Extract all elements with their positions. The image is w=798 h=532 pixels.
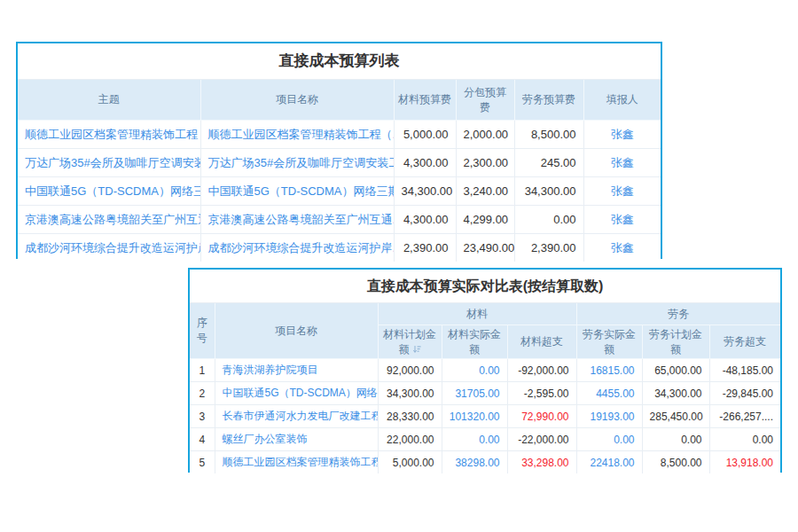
seq-value: 4 (190, 428, 215, 451)
labor-actual-value: 4455.00 (576, 382, 642, 405)
col-header-material-plan[interactable]: 材料计划金额 (378, 325, 442, 359)
project-link[interactable]: 青海洪湖养护院项目 (223, 364, 318, 376)
subcontract-budget-value: 4,299.00 (456, 206, 514, 234)
labor-budget-value: 2,390.00 (514, 234, 583, 262)
labor-overrun-value: -29,845.00 (709, 382, 780, 405)
col-header-project: 项目名称 (200, 80, 394, 121)
reporter-link[interactable]: 张鑫 (611, 241, 634, 254)
subcontract-budget-value: 2,000.00 (456, 121, 514, 149)
material-budget-value: 34,300.00 (394, 177, 456, 206)
material-budget-value: 2,390.00 (394, 234, 456, 262)
subject-link[interactable]: 京港澳高速公路粤境韶关至广州互通... (25, 213, 200, 226)
table-row: 2 中国联通5G（TD-SCDMA）网络三 34,300.00 31705.00… (190, 382, 780, 405)
table-row: 京港澳高速公路粤境韶关至广州互通... 京港澳高速公路粤境韶关至广州互通... … (18, 206, 661, 234)
col-header-subcontract-budget: 分包预算费 (456, 80, 514, 121)
group-header-material: 材料 (378, 303, 576, 325)
project-link[interactable]: 京港澳高速公路粤境韶关至广州互通... (208, 213, 395, 226)
table-row: 万达广场35#会所及咖啡厅空调安装... 万达广场35#会所及咖啡厅空调安装工程… (18, 149, 661, 177)
material-budget-value: 5,000.00 (394, 121, 456, 149)
sort-icon[interactable] (412, 344, 421, 356)
labor-actual-value: 0.00 (576, 428, 642, 451)
reporter-link[interactable]: 张鑫 (611, 184, 634, 198)
material-plan-value: 92,000.00 (378, 359, 442, 382)
col-header-labor-overrun: 劳务超支 (709, 325, 780, 359)
col-header-labor-plan: 劳务计划金额 (642, 325, 709, 359)
material-actual-value: 38298.00 (442, 451, 507, 474)
labor-plan-value: 285,450.00 (642, 405, 709, 428)
project-link[interactable]: 中国联通5G（TD-SCDMA）网络三 (223, 387, 379, 399)
labor-budget-value: 8,500.00 (514, 121, 583, 149)
budget-list-table: 主题 项目名称 材料预算费 分包预算费 劳务预算费 填报人 顺德工业园区档案管理… (18, 80, 661, 262)
labor-budget-value: 34,300.00 (514, 177, 583, 206)
group-header-labor: 劳务 (576, 303, 780, 325)
material-actual-value: 0.00 (442, 428, 507, 451)
subcontract-budget-value: 23,490.00 (456, 234, 514, 262)
project-link[interactable]: 万达广场35#会所及咖啡厅空调安装工程 (208, 156, 395, 169)
table-row: 5 顺德工业园区档案管理精装饰工程 5,000.00 38298.00 33,2… (190, 451, 780, 474)
material-plan-value: 5,000.00 (378, 451, 442, 474)
table-row: 成都沙河环境综合提升改造运河护岸... 成都沙河环境综合提升改造运河护岸... … (18, 234, 661, 262)
material-overrun-value: -2,595.00 (507, 382, 576, 405)
material-plan-value: 28,330.00 (378, 405, 442, 428)
col-header-material-actual: 材料实际金额 (442, 325, 507, 359)
seq-value: 3 (190, 405, 215, 428)
budget-list-title: 直接成本预算列表 (18, 43, 661, 80)
subject-link[interactable]: 中国联通5G（TD-SCDMA）网络三... (25, 184, 200, 198)
labor-plan-value: 8,500.00 (642, 451, 709, 474)
seq-value: 1 (190, 359, 215, 382)
material-actual-value: 31705.00 (442, 382, 507, 405)
budget-list-header-row: 主题 项目名称 材料预算费 分包预算费 劳务预算费 填报人 (18, 80, 661, 121)
material-plan-label: 材料计划金额 (383, 328, 436, 356)
table-row: 3 长春市伊通河水力发电厂改建工程 28,330.00 101320.00 72… (190, 405, 780, 428)
labor-plan-value: 34,300.00 (642, 382, 709, 405)
subject-link[interactable]: 顺德工业园区档案管理精装饰工程（... (25, 128, 200, 141)
material-actual-value: 0.00 (442, 359, 507, 382)
labor-actual-value: 22418.00 (576, 451, 642, 474)
project-link[interactable]: 顺德工业园区档案管理精装饰工程（... (208, 128, 395, 141)
project-link[interactable]: 中国联通5G（TD-SCDMA）网络三期... (208, 184, 395, 198)
subcontract-budget-value: 3,240.00 (456, 177, 514, 206)
seq-value: 2 (190, 382, 215, 405)
seq-value: 5 (190, 451, 215, 474)
material-overrun-value: 72,990.00 (507, 405, 576, 428)
table-row: 1 青海洪湖养护院项目 92,000.00 0.00 -92,000.00 16… (190, 359, 780, 382)
project-link[interactable]: 螺丝厂办公室装饰 (223, 433, 308, 445)
material-budget-value: 4,300.00 (394, 206, 456, 234)
project-link[interactable]: 成都沙河环境综合提升改造运河护岸... (208, 241, 395, 254)
subject-link[interactable]: 成都沙河环境综合提升改造运河护岸... (25, 241, 200, 254)
labor-plan-value: 0.00 (642, 428, 709, 451)
material-actual-value: 101320.00 (442, 405, 507, 428)
subcontract-budget-value: 2,300.00 (456, 149, 514, 177)
material-plan-value: 34,300.00 (378, 382, 442, 405)
project-link[interactable]: 长春市伊通河水力发电厂改建工程 (223, 410, 379, 422)
labor-actual-value: 19193.00 (576, 405, 642, 428)
reporter-link[interactable]: 张鑫 (611, 213, 634, 226)
material-budget-value: 4,300.00 (394, 149, 456, 177)
material-overrun-value: 33,298.00 (507, 451, 576, 474)
col-header-seq: 序号 (190, 303, 215, 359)
labor-actual-value: 16815.00 (576, 359, 642, 382)
table-row: 中国联通5G（TD-SCDMA）网络三... 中国联通5G（TD-SCDMA）网… (18, 177, 661, 206)
material-plan-value: 22,000.00 (378, 428, 442, 451)
comparison-group-header-row: 序号 项目名称 材料 劳务 (190, 303, 780, 325)
labor-overrun-value: -48,185.00 (709, 359, 780, 382)
subject-link[interactable]: 万达广场35#会所及咖啡厅空调安装... (25, 156, 200, 169)
comparison-title: 直接成本预算实际对比表(按结算取数) (190, 270, 780, 303)
labor-overrun-value: -266,257.... (709, 405, 780, 428)
col-header-reporter: 填报人 (583, 80, 661, 121)
labor-budget-value: 0.00 (514, 206, 583, 234)
col-header-labor-actual: 劳务实际金额 (576, 325, 642, 359)
table-row: 顺德工业园区档案管理精装饰工程（... 顺德工业园区档案管理精装饰工程（... … (18, 121, 661, 149)
comparison-table: 序号 项目名称 材料 劳务 材料计划金额 材料实际金额 材料超支 劳务实际金额 … (190, 303, 780, 473)
material-overrun-value: -22,000.00 (507, 428, 576, 451)
col-header-labor-budget: 劳务预算费 (514, 80, 583, 121)
project-link[interactable]: 顺德工业园区档案管理精装饰工程 (223, 456, 379, 468)
col-header-material-budget: 材料预算费 (394, 80, 456, 121)
labor-overrun-value: 0.00 (709, 428, 780, 451)
labor-overrun-value: 13,918.00 (709, 451, 780, 474)
reporter-link[interactable]: 张鑫 (611, 156, 634, 169)
col-header-project: 项目名称 (215, 303, 378, 359)
page-canvas: { "colors":{"accent_border":"#16a5de","h… (0, 0, 798, 532)
reporter-link[interactable]: 张鑫 (611, 128, 634, 141)
budget-list-panel: 直接成本预算列表 主题 项目名称 材料预算费 分包预算费 劳务预算费 填报人 顺… (16, 42, 662, 259)
